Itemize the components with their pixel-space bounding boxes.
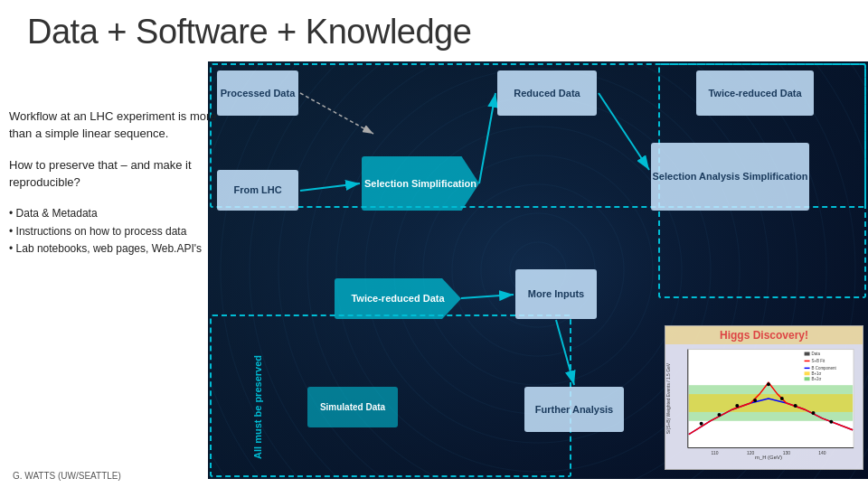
svg-line-4 bbox=[599, 93, 649, 170]
bullet-data-metadata: Data & Metadata bbox=[9, 205, 217, 222]
svg-text:B+1σ: B+1σ bbox=[812, 371, 822, 376]
further-analysis-box: Further Analysis bbox=[524, 387, 624, 432]
svg-line-7 bbox=[461, 295, 514, 298]
svg-text:Data: Data bbox=[812, 352, 821, 356]
diagram-area: Processed Data Reduced Data Twice-reduce… bbox=[208, 61, 868, 479]
svg-point-15 bbox=[700, 422, 703, 426]
bullet-notebooks: Lab notebooks, web pages, Web.API's bbox=[9, 240, 217, 258]
svg-text:120: 120 bbox=[747, 451, 754, 455]
svg-text:130: 130 bbox=[783, 451, 790, 455]
svg-point-21 bbox=[794, 404, 797, 408]
selection-analysis-box: Selection Analysis Simplification bbox=[651, 143, 809, 211]
svg-rect-34 bbox=[805, 371, 810, 375]
svg-rect-14 bbox=[689, 394, 853, 412]
svg-line-6 bbox=[556, 320, 574, 385]
higgs-discovery-box: Higgs Discovery! S/(S+B) Weighted Events… bbox=[665, 325, 863, 470]
more-inputs-box: More Inputs bbox=[515, 269, 597, 319]
processed-data-box: Processed Data bbox=[217, 70, 298, 116]
svg-text:110: 110 bbox=[711, 451, 718, 455]
svg-point-16 bbox=[717, 413, 721, 417]
all-preserved-text: All must be preserved bbox=[251, 355, 264, 459]
svg-text:S+B Fit: S+B Fit bbox=[812, 359, 826, 363]
preserve-description: How to preserve that – and make it repro… bbox=[9, 157, 217, 192]
page-title: Data + Software + Knowledge bbox=[0, 0, 868, 59]
svg-line-5 bbox=[300, 93, 373, 134]
svg-rect-36 bbox=[805, 377, 810, 380]
higgs-title-label: Higgs Discovery! bbox=[665, 326, 863, 344]
svg-text:m_H (GeV): m_H (GeV) bbox=[755, 455, 782, 460]
svg-point-17 bbox=[735, 404, 739, 408]
svg-rect-28 bbox=[805, 352, 810, 356]
svg-text:S/(S+B) Weighted Events / 1.5 : S/(S+B) Weighted Events / 1.5 GeV bbox=[666, 362, 671, 434]
simulated-data-box: Simulated Data bbox=[307, 387, 398, 427]
svg-text:B+2σ: B+2σ bbox=[812, 377, 822, 381]
svg-line-3 bbox=[479, 93, 495, 183]
svg-line-2 bbox=[300, 183, 360, 191]
twice-reduced-mid-box: Twice-reduced Data bbox=[335, 278, 461, 319]
bullet-instructions: Instructions on how to process data bbox=[9, 223, 217, 240]
svg-point-22 bbox=[812, 411, 816, 415]
selection-simplification-box: Selection Simplification bbox=[362, 156, 479, 211]
bullet-points: Data & Metadata Instructions on how to p… bbox=[9, 205, 217, 258]
all-preserved-label: All must be preserved bbox=[217, 352, 298, 461]
svg-point-19 bbox=[767, 382, 770, 386]
footer-label: G. WATTS (UW/SEATTLE) bbox=[13, 471, 121, 481]
workflow-description: Workflow at an LHC experiment is more th… bbox=[9, 108, 217, 143]
svg-text:140: 140 bbox=[818, 451, 826, 455]
left-text-panel: Workflow at an LHC experiment is more th… bbox=[9, 108, 217, 258]
svg-text:B Component: B Component bbox=[812, 366, 837, 371]
twice-reduced-top-box: Twice-reduced Data bbox=[696, 70, 814, 116]
svg-point-18 bbox=[753, 399, 757, 402]
higgs-chart: S/(S+B) Weighted Events / 1.5 GeV m_H (G… bbox=[665, 344, 863, 462]
from-lhc-box: From LHC bbox=[217, 170, 298, 211]
svg-point-20 bbox=[780, 397, 784, 400]
svg-point-23 bbox=[829, 420, 833, 424]
reduced-data-box: Reduced Data bbox=[497, 70, 597, 116]
